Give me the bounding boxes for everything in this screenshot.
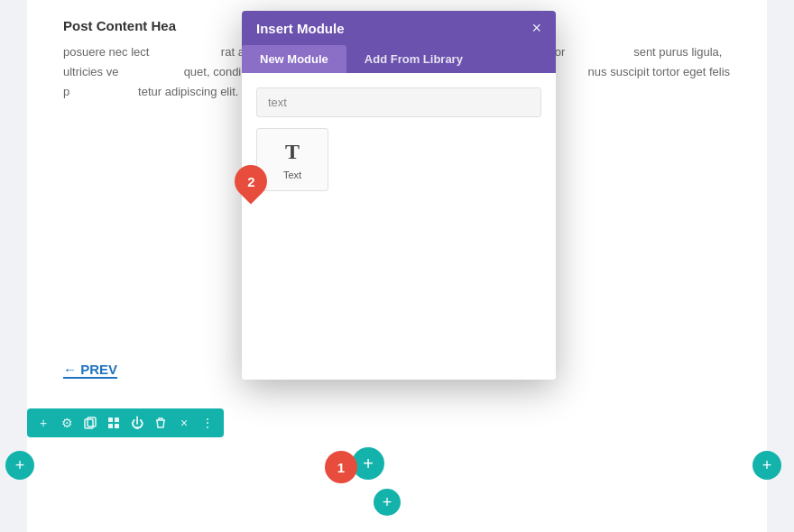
modal-close-button[interactable]: × xyxy=(531,20,541,36)
grid-icon[interactable] xyxy=(105,414,123,432)
prev-link[interactable]: PREV xyxy=(63,362,117,379)
more-options-icon[interactable]: ⋮ xyxy=(198,414,217,432)
power-icon[interactable]: ⏻ xyxy=(128,414,146,432)
step-badge-1: 1 xyxy=(325,451,357,483)
tab-add-from-library[interactable]: Add From Library xyxy=(346,45,481,73)
module-search-input[interactable] xyxy=(256,87,541,117)
modal-header: Insert Module × xyxy=(242,11,556,45)
svg-rect-3 xyxy=(115,417,119,422)
duplicate-icon[interactable] xyxy=(81,414,99,432)
close-icon[interactable]: × xyxy=(175,414,193,432)
text-module-label: Text xyxy=(283,170,301,180)
bottom-toolbar: + ⚙ ⏻ × ⋮ xyxy=(27,408,224,437)
svg-rect-2 xyxy=(108,417,113,422)
left-plus-button[interactable]: + xyxy=(5,451,34,480)
tab-new-module[interactable]: New Module xyxy=(242,45,346,73)
delete-icon[interactable] xyxy=(152,414,170,432)
insert-module-modal: Insert Module × New Module Add From Libr… xyxy=(242,11,556,380)
svg-rect-5 xyxy=(115,424,119,428)
center-plus-button-2[interactable]: + xyxy=(374,489,401,516)
add-icon[interactable]: + xyxy=(34,414,52,432)
svg-rect-4 xyxy=(108,424,113,428)
modal-body: T Text xyxy=(242,73,556,380)
text-module-icon: T xyxy=(285,140,300,164)
module-grid: T Text xyxy=(256,128,541,191)
settings-icon[interactable]: ⚙ xyxy=(58,414,76,432)
modal-title: Insert Module xyxy=(256,21,345,36)
right-plus-button[interactable]: + xyxy=(752,451,781,480)
modal-tabs: New Module Add From Library xyxy=(242,45,556,73)
